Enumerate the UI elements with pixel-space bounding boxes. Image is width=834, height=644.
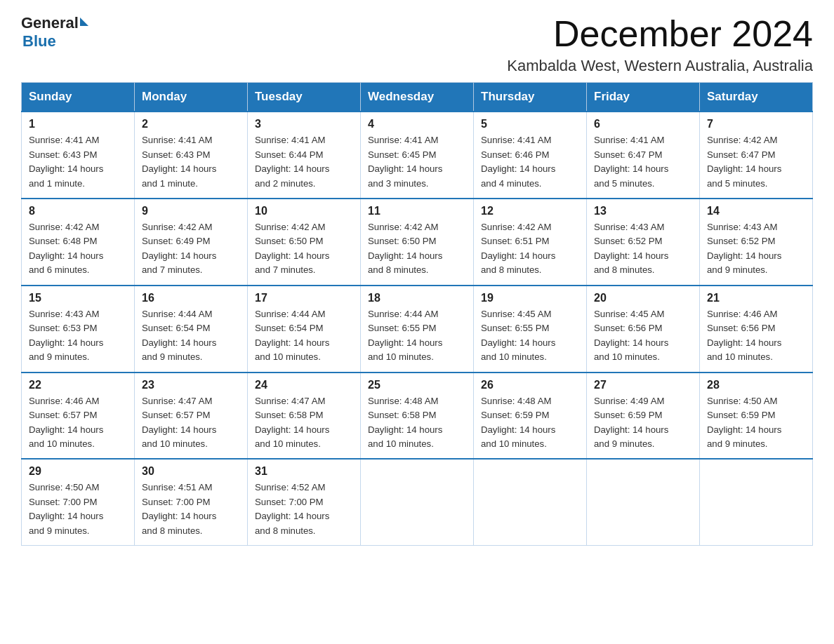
day-cell: 19 Sunrise: 4:45 AMSunset: 6:55 PMDaylig… [474,286,587,373]
day-number: 25 [368,379,466,391]
day-cell: 7 Sunrise: 4:42 AMSunset: 6:47 PMDayligh… [700,112,813,199]
header-monday: Monday [135,83,248,112]
title-block: December 2024 Kambalda West, Western Aus… [507,14,813,75]
day-number: 23 [142,379,240,391]
day-cell: 9 Sunrise: 4:42 AMSunset: 6:49 PMDayligh… [135,199,248,286]
day-info: Sunrise: 4:51 AMSunset: 7:00 PMDaylight:… [142,482,216,535]
day-cell: 2 Sunrise: 4:41 AMSunset: 6:43 PMDayligh… [135,112,248,199]
day-number: 10 [255,205,353,217]
day-number: 13 [594,205,692,217]
day-cell [361,459,474,545]
day-cell: 21 Sunrise: 4:46 AMSunset: 6:56 PMDaylig… [700,286,813,373]
day-number: 30 [142,465,240,478]
day-cell: 25 Sunrise: 4:48 AMSunset: 6:58 PMDaylig… [361,373,474,459]
day-cell: 14 Sunrise: 4:43 AMSunset: 6:52 PMDaylig… [700,199,813,286]
day-cell: 22 Sunrise: 4:46 AMSunset: 6:57 PMDaylig… [22,373,135,459]
day-cell: 10 Sunrise: 4:42 AMSunset: 6:50 PMDaylig… [248,199,361,286]
day-info: Sunrise: 4:44 AMSunset: 6:54 PMDaylight:… [142,309,216,362]
day-number: 15 [29,292,127,304]
day-cell: 16 Sunrise: 4:44 AMSunset: 6:54 PMDaylig… [135,286,248,373]
logo-triangle-icon [80,18,88,26]
day-number: 16 [142,292,240,304]
header-sunday: Sunday [22,83,135,112]
day-info: Sunrise: 4:43 AMSunset: 6:52 PMDaylight:… [594,222,668,275]
day-info: Sunrise: 4:48 AMSunset: 6:59 PMDaylight:… [481,396,555,449]
day-info: Sunrise: 4:42 AMSunset: 6:49 PMDaylight:… [142,222,216,275]
day-number: 7 [707,118,805,130]
day-info: Sunrise: 4:42 AMSunset: 6:50 PMDaylight:… [368,222,442,275]
day-info: Sunrise: 4:49 AMSunset: 6:59 PMDaylight:… [594,396,668,449]
day-cell: 8 Sunrise: 4:42 AMSunset: 6:48 PMDayligh… [22,199,135,286]
day-cell: 17 Sunrise: 4:44 AMSunset: 6:54 PMDaylig… [248,286,361,373]
week-row-2: 8 Sunrise: 4:42 AMSunset: 6:48 PMDayligh… [22,199,813,286]
day-info: Sunrise: 4:41 AMSunset: 6:43 PMDaylight:… [142,135,216,188]
month-title: December 2024 [507,14,813,54]
day-cell [474,459,587,545]
header-thursday: Thursday [474,83,587,112]
day-info: Sunrise: 4:46 AMSunset: 6:56 PMDaylight:… [707,309,781,362]
day-number: 11 [368,205,466,217]
day-number: 18 [368,292,466,304]
day-info: Sunrise: 4:41 AMSunset: 6:46 PMDaylight:… [481,135,555,188]
day-cell: 23 Sunrise: 4:47 AMSunset: 6:57 PMDaylig… [135,373,248,459]
day-number: 14 [707,205,805,217]
day-cell: 31 Sunrise: 4:52 AMSunset: 7:00 PMDaylig… [248,459,361,545]
header-friday: Friday [587,83,700,112]
day-info: Sunrise: 4:47 AMSunset: 6:58 PMDaylight:… [255,396,329,449]
day-number: 28 [707,379,805,391]
week-row-3: 15 Sunrise: 4:43 AMSunset: 6:53 PMDaylig… [22,286,813,373]
day-number: 17 [255,292,353,304]
day-info: Sunrise: 4:42 AMSunset: 6:48 PMDaylight:… [29,222,103,275]
day-cell: 3 Sunrise: 4:41 AMSunset: 6:44 PMDayligh… [248,112,361,199]
day-info: Sunrise: 4:41 AMSunset: 6:43 PMDaylight:… [29,135,103,188]
logo-general-text: General [21,14,79,32]
day-info: Sunrise: 4:42 AMSunset: 6:51 PMDaylight:… [481,222,555,275]
day-cell: 15 Sunrise: 4:43 AMSunset: 6:53 PMDaylig… [22,286,135,373]
day-number: 20 [594,292,692,304]
day-cell: 13 Sunrise: 4:43 AMSunset: 6:52 PMDaylig… [587,199,700,286]
days-header-row: SundayMondayTuesdayWednesdayThursdayFrid… [22,83,813,112]
day-cell: 29 Sunrise: 4:50 AMSunset: 7:00 PMDaylig… [22,459,135,545]
header-tuesday: Tuesday [248,83,361,112]
day-cell: 5 Sunrise: 4:41 AMSunset: 6:46 PMDayligh… [474,112,587,199]
day-info: Sunrise: 4:45 AMSunset: 6:55 PMDaylight:… [481,309,555,362]
day-number: 3 [255,118,353,130]
day-number: 21 [707,292,805,304]
day-cell: 28 Sunrise: 4:50 AMSunset: 6:59 PMDaylig… [700,373,813,459]
day-info: Sunrise: 4:41 AMSunset: 6:45 PMDaylight:… [368,135,442,188]
location-title: Kambalda West, Western Australia, Austra… [507,57,813,75]
day-number: 26 [481,379,579,391]
day-number: 31 [255,465,353,478]
day-info: Sunrise: 4:52 AMSunset: 7:00 PMDaylight:… [255,482,329,535]
day-number: 5 [481,118,579,130]
day-cell: 30 Sunrise: 4:51 AMSunset: 7:00 PMDaylig… [135,459,248,545]
calendar-table: SundayMondayTuesdayWednesdayThursdayFrid… [21,82,813,546]
day-number: 22 [29,379,127,391]
day-cell: 24 Sunrise: 4:47 AMSunset: 6:58 PMDaylig… [248,373,361,459]
page-header: General Blue December 2024 Kambalda West… [21,14,813,75]
day-cell: 26 Sunrise: 4:48 AMSunset: 6:59 PMDaylig… [474,373,587,459]
day-cell: 4 Sunrise: 4:41 AMSunset: 6:45 PMDayligh… [361,112,474,199]
day-info: Sunrise: 4:50 AMSunset: 6:59 PMDaylight:… [707,396,781,449]
day-number: 12 [481,205,579,217]
day-number: 24 [255,379,353,391]
day-number: 2 [142,118,240,130]
day-cell: 1 Sunrise: 4:41 AMSunset: 6:43 PMDayligh… [22,112,135,199]
week-row-1: 1 Sunrise: 4:41 AMSunset: 6:43 PMDayligh… [22,112,813,199]
day-number: 4 [368,118,466,130]
day-number: 1 [29,118,127,130]
day-info: Sunrise: 4:46 AMSunset: 6:57 PMDaylight:… [29,396,103,449]
day-number: 19 [481,292,579,304]
day-cell: 6 Sunrise: 4:41 AMSunset: 6:47 PMDayligh… [587,112,700,199]
day-cell: 12 Sunrise: 4:42 AMSunset: 6:51 PMDaylig… [474,199,587,286]
week-row-5: 29 Sunrise: 4:50 AMSunset: 7:00 PMDaylig… [22,459,813,545]
day-info: Sunrise: 4:41 AMSunset: 6:47 PMDaylight:… [594,135,668,188]
day-cell [700,459,813,545]
day-info: Sunrise: 4:41 AMSunset: 6:44 PMDaylight:… [255,135,329,188]
day-info: Sunrise: 4:45 AMSunset: 6:56 PMDaylight:… [594,309,668,362]
day-number: 9 [142,205,240,217]
day-info: Sunrise: 4:50 AMSunset: 7:00 PMDaylight:… [29,482,103,535]
day-cell: 11 Sunrise: 4:42 AMSunset: 6:50 PMDaylig… [361,199,474,286]
day-number: 27 [594,379,692,391]
day-info: Sunrise: 4:44 AMSunset: 6:54 PMDaylight:… [255,309,329,362]
